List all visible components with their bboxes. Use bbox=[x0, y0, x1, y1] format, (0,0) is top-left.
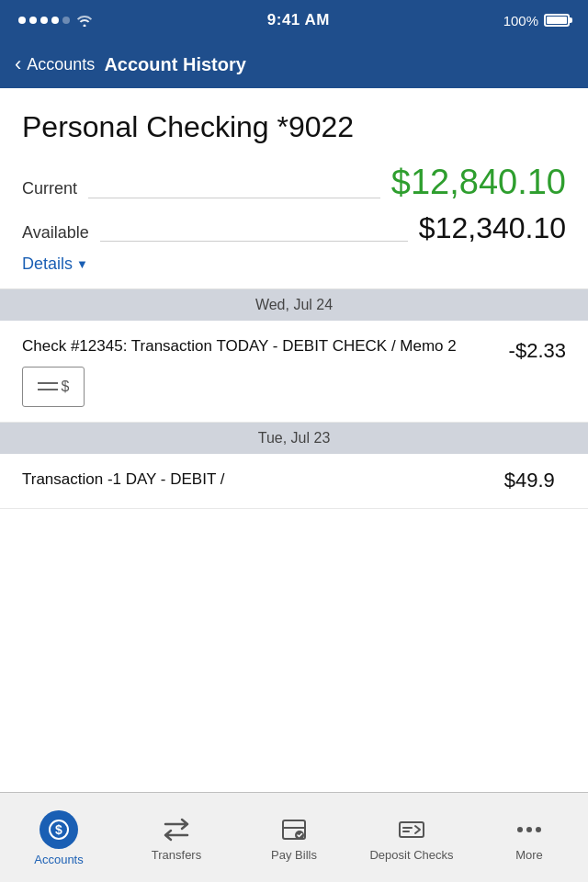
table-row[interactable]: Transaction -1 DAY - DEBIT / $49.99 bbox=[0, 454, 588, 509]
tab-transfers[interactable]: Transfers bbox=[118, 806, 235, 869]
check-image-thumbnail[interactable]: $ bbox=[22, 367, 85, 407]
check-dollar-sign: $ bbox=[62, 379, 70, 395]
tab-pay-bills[interactable]: Pay Bills bbox=[235, 806, 353, 869]
transfers-icon bbox=[162, 815, 191, 844]
tab-bar: $ Accounts Transfers Pay Bills bbox=[0, 792, 588, 882]
svg-point-9 bbox=[536, 827, 541, 832]
available-balance-row: Available $12,340.10 bbox=[22, 211, 566, 245]
transaction-amount: -$2.33 bbox=[509, 335, 566, 363]
signal-dots bbox=[18, 17, 70, 24]
pay-bills-icon bbox=[279, 815, 309, 844]
transaction-description-partial: Transaction -1 DAY - DEBIT / bbox=[22, 469, 224, 491]
back-chevron-icon: ‹ bbox=[15, 54, 21, 74]
current-balance-row: Current $12,840.10 bbox=[22, 163, 566, 202]
account-info-section: Personal Checking *9022 Current $12,840.… bbox=[0, 88, 588, 289]
more-icon bbox=[514, 815, 544, 844]
section-header-tue-jul23: Tue, Jul 23 bbox=[0, 423, 588, 454]
section-date-label: Wed, Jul 24 bbox=[255, 297, 333, 312]
check-line-decoration bbox=[38, 382, 58, 390]
deposit-checks-icon bbox=[397, 815, 426, 844]
section-header-wed-jul24: Wed, Jul 24 bbox=[0, 289, 588, 321]
table-row[interactable]: Check #12345: Transaction TODAY - DEBIT … bbox=[0, 321, 588, 423]
status-time: 9:41 AM bbox=[267, 11, 330, 29]
page-title: Account History bbox=[104, 54, 245, 75]
back-button[interactable]: ‹ Accounts bbox=[15, 54, 95, 74]
wifi-icon bbox=[75, 14, 94, 27]
transaction-details: Check #12345: Transaction TODAY - DEBIT … bbox=[22, 335, 509, 407]
tab-deposit-checks-label: Deposit Checks bbox=[369, 848, 453, 862]
available-amount: $12,340.10 bbox=[419, 211, 566, 245]
current-amount: $12,840.10 bbox=[391, 163, 566, 202]
nav-header: ‹ Accounts Account History bbox=[0, 40, 588, 88]
tab-more[interactable]: More bbox=[470, 806, 588, 869]
available-divider-line bbox=[100, 241, 408, 242]
tab-accounts[interactable]: $ Accounts bbox=[0, 801, 118, 874]
section-date-label-2: Tue, Jul 23 bbox=[258, 430, 331, 446]
accounts-icon: $ bbox=[48, 819, 70, 841]
tab-more-label: More bbox=[515, 848, 543, 862]
transaction-description: Check #12345: Transaction TODAY - DEBIT … bbox=[22, 335, 494, 357]
tab-deposit-checks[interactable]: Deposit Checks bbox=[353, 806, 470, 869]
details-button[interactable]: Details ▼ bbox=[22, 254, 566, 274]
svg-point-7 bbox=[517, 827, 523, 832]
account-name: Personal Checking *9022 bbox=[22, 110, 566, 144]
status-bar: 9:41 AM 100% bbox=[0, 0, 588, 40]
available-label: Available bbox=[22, 223, 89, 243]
current-divider-line bbox=[88, 198, 380, 198]
details-label: Details bbox=[22, 254, 73, 274]
battery-level: 100% bbox=[503, 13, 538, 28]
svg-text:$: $ bbox=[55, 822, 62, 837]
details-chevron-icon: ▼ bbox=[76, 257, 88, 271]
back-label: Accounts bbox=[27, 55, 95, 74]
tab-accounts-label: Accounts bbox=[34, 853, 83, 866]
tab-transfers-label: Transfers bbox=[152, 848, 201, 862]
status-right: 100% bbox=[503, 13, 570, 28]
svg-point-8 bbox=[526, 827, 532, 832]
status-left bbox=[18, 14, 94, 27]
tab-pay-bills-label: Pay Bills bbox=[271, 848, 317, 862]
transaction-amount-partial: $49.99 bbox=[504, 469, 566, 492]
battery-icon bbox=[544, 14, 570, 27]
accounts-icon-circle: $ bbox=[40, 810, 78, 849]
current-label: Current bbox=[22, 179, 77, 198]
